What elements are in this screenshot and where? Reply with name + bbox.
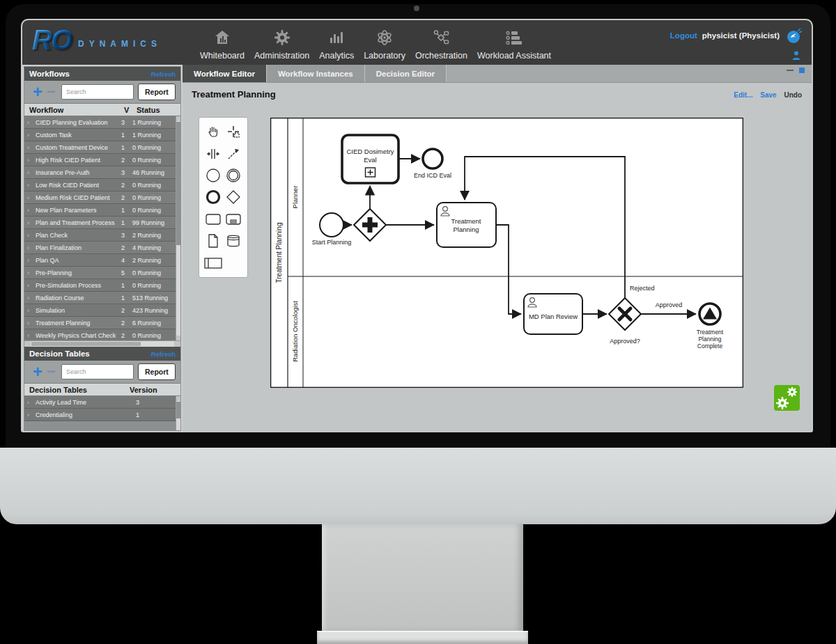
row-expand-icon[interactable]: › <box>27 207 36 214</box>
row-expand-icon[interactable]: › <box>27 244 36 251</box>
intermediate-event-icon[interactable] <box>224 166 242 184</box>
table-row[interactable]: ›Low Risk CIED Patient20 Running <box>24 179 176 191</box>
logout-link[interactable]: Logout <box>670 31 697 40</box>
hand-tool-icon[interactable] <box>204 123 222 141</box>
tab-workflow-editor[interactable]: Workflow Editor <box>183 65 267 82</box>
minimize-icon[interactable] <box>787 70 794 71</box>
workflow-list-hscrollbar[interactable] <box>24 340 180 347</box>
workflow-status: 423 Running <box>132 307 173 314</box>
workflows-refresh-link[interactable]: Refresh <box>151 70 176 78</box>
lasso-tool-icon[interactable] <box>224 123 242 141</box>
edit-button[interactable]: Edit... <box>734 91 752 99</box>
nav-item-whiteboard[interactable]: Whiteboard <box>200 29 245 61</box>
row-expand-icon[interactable]: › <box>27 219 36 226</box>
row-expand-icon[interactable]: › <box>27 144 36 151</box>
row-expand-icon[interactable]: › <box>27 269 36 276</box>
workflow-name: CIED Planning Evaluation <box>36 119 121 126</box>
workload-icon <box>505 29 523 51</box>
data-object-icon[interactable] <box>204 232 222 250</box>
remove-decision-table-button[interactable]: − <box>47 365 56 379</box>
table-row[interactable]: ›Plan and Treatment Process199 Running <box>24 217 176 229</box>
undo-button[interactable]: Undo <box>784 91 802 99</box>
table-row[interactable]: ›Activity Lead Time3 <box>24 396 180 409</box>
row-expand-icon[interactable]: › <box>27 132 36 139</box>
add-decision-table-button[interactable]: + <box>33 365 42 379</box>
task-treatment-planning[interactable]: Treatment Planning <box>437 203 496 247</box>
table-row[interactable]: ›Weekly Physics Chart Check20 Running <box>24 329 176 340</box>
participant-pool-icon[interactable] <box>204 254 222 272</box>
bpmn-canvas[interactable]: Treatment Planning Planner Radiation Onc… <box>270 117 744 388</box>
add-workflow-button[interactable]: + <box>33 85 42 99</box>
decision-tables-refresh-link[interactable]: Refresh <box>151 350 176 358</box>
exclusive-gateway-approved[interactable]: Approved? <box>609 298 641 345</box>
global-connect-icon[interactable] <box>224 145 242 163</box>
task-icon[interactable] <box>204 210 222 228</box>
row-expand-icon[interactable]: › <box>27 282 36 289</box>
workflows-search-input[interactable] <box>61 84 134 100</box>
start-event[interactable]: Start Planning <box>312 213 352 246</box>
table-row[interactable]: ›Treatment Planning26 Running <box>24 317 176 329</box>
row-expand-icon[interactable]: › <box>27 294 36 301</box>
row-expand-icon[interactable]: › <box>27 194 36 201</box>
table-row[interactable]: ›Custom Treatment Device10 Running <box>24 141 176 154</box>
table-row[interactable]: ›New Plan Parameters10 Running <box>24 204 176 217</box>
nav-item-laboratory[interactable]: Laboratory <box>364 29 405 61</box>
table-row[interactable]: ›High Risk CIED Patient20 Running <box>24 154 176 166</box>
end-event-icon[interactable] <box>204 188 222 206</box>
gateway-icon[interactable] <box>224 188 242 206</box>
workflows-report-button[interactable]: Report <box>138 84 176 100</box>
row-expand-icon[interactable]: › <box>27 411 36 418</box>
row-expand-icon[interactable]: › <box>27 332 36 339</box>
save-button[interactable]: Save <box>760 91 776 99</box>
row-expand-icon[interactable]: › <box>27 257 36 264</box>
workflow-name: Pre-Planning <box>36 269 121 276</box>
parallel-gateway[interactable] <box>354 209 386 241</box>
table-row[interactable]: ›Medium Risk CIED Patient20 Running <box>24 191 176 204</box>
row-expand-icon[interactable]: › <box>27 169 36 176</box>
tab-workflow-instances[interactable]: Workflow Instances <box>267 65 365 82</box>
decision-tables-search-input[interactable] <box>61 364 134 379</box>
row-expand-icon[interactable]: › <box>27 157 36 164</box>
table-row[interactable]: ›Insurance Pre-Auth346 Running <box>24 166 176 179</box>
row-expand-icon[interactable]: › <box>27 119 36 126</box>
workflow-status: 4 Running <box>132 244 173 251</box>
table-row[interactable]: ›Credentialing1 <box>24 409 180 421</box>
tab-decision-editor[interactable]: Decision Editor <box>365 65 447 82</box>
nav-item-orchestration[interactable]: Orchestration <box>415 29 467 61</box>
maximize-icon[interactable] <box>799 68 805 73</box>
row-expand-icon[interactable]: › <box>27 182 36 189</box>
table-row[interactable]: ›Radiation Course1513 Running <box>24 292 176 304</box>
end-event-treatment-planning-complete[interactable]: Treatment Planning Complete <box>697 304 724 350</box>
subprocess-cied-dosimetry-eval[interactable]: CIED Dosimetry Eval <box>342 135 398 183</box>
data-store-icon[interactable] <box>224 232 242 250</box>
workflow-status: 0 Running <box>132 207 173 214</box>
workflow-list-vscrollbar[interactable] <box>176 116 180 340</box>
remove-workflow-button[interactable]: − <box>47 85 56 99</box>
table-row[interactable]: ›CIED Planning Evaluation31 Running <box>24 116 176 129</box>
task-md-plan-review[interactable]: MD Plan Review <box>524 294 582 334</box>
table-row[interactable]: ›Custom Task11 Running <box>24 129 176 141</box>
svg-text:Planning: Planning <box>698 336 721 343</box>
table-row[interactable]: ›Plan Finalization24 Running <box>24 242 176 254</box>
camunda-logo[interactable] <box>774 385 800 411</box>
decision-tables-report-button[interactable]: Report <box>138 363 176 380</box>
start-event-icon[interactable] <box>204 166 222 184</box>
row-expand-icon[interactable]: › <box>27 399 36 406</box>
row-expand-icon[interactable]: › <box>27 232 36 239</box>
table-row[interactable]: ›Simulation2423 Running <box>24 304 176 317</box>
nav-item-analytics[interactable]: Analytics <box>319 29 354 61</box>
table-row[interactable]: ›Pre-Planning50 Running <box>24 267 176 279</box>
row-expand-icon[interactable]: › <box>27 320 36 327</box>
decision-list-vscrollbar[interactable] <box>176 396 180 431</box>
table-row[interactable]: ›Plan Check32 Running <box>24 229 176 242</box>
table-row[interactable]: ›Plan QA42 Running <box>24 254 176 267</box>
row-expand-icon[interactable]: › <box>27 307 36 314</box>
person-icon[interactable] <box>792 51 800 63</box>
subprocess-icon[interactable] <box>224 210 242 228</box>
nav-item-administration[interactable]: Administration <box>254 29 309 61</box>
space-tool-icon[interactable] <box>204 145 222 163</box>
assistant-bubble-icon[interactable] <box>785 27 802 44</box>
end-event-icd-eval[interactable]: End ICD Eval <box>414 149 451 179</box>
nav-item-workload-assistant[interactable]: Workload Assistant <box>477 29 551 61</box>
table-row[interactable]: ›Pre-Simulation Process10 Running <box>24 279 176 292</box>
